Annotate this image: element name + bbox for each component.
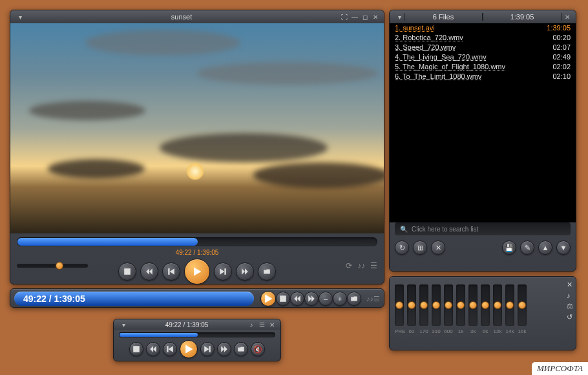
repeat-icon[interactable]: ⟳ bbox=[346, 261, 352, 270]
menu-icon[interactable]: ☰ bbox=[257, 320, 266, 329]
eq-slider[interactable] bbox=[419, 284, 428, 326]
close-icon[interactable]: ✕ bbox=[371, 12, 380, 21]
eq-thumb[interactable] bbox=[445, 301, 452, 309]
eq-reset-icon[interactable]: ↺ bbox=[567, 313, 573, 321]
equalizer-icon[interactable]: ♪♪ bbox=[357, 261, 365, 270]
mini-forward-button[interactable] bbox=[217, 342, 231, 356]
pl-down-button[interactable]: ▼ bbox=[556, 241, 571, 255]
eq-slider[interactable] bbox=[407, 284, 416, 326]
playlist-search[interactable]: 🔍 Click here to search list bbox=[395, 222, 571, 235]
eq-slider[interactable] bbox=[395, 284, 404, 326]
minimize-icon[interactable]: — bbox=[350, 12, 359, 21]
eq-thumb[interactable] bbox=[420, 301, 428, 309]
system-menu-icon[interactable]: ▾ bbox=[16, 12, 25, 21]
mini-rewind-button[interactable] bbox=[146, 342, 160, 356]
playlist-body[interactable]: 1. sunset.avi1:39:052. Robotica_720.wmv0… bbox=[390, 23, 576, 222]
mini-previous-button[interactable] bbox=[163, 342, 177, 356]
mini-mute-button[interactable]: 🔇 bbox=[251, 342, 265, 356]
mini-open-button[interactable] bbox=[234, 342, 248, 356]
compact-stop-button[interactable] bbox=[276, 292, 290, 306]
eq-band-label: 14k bbox=[505, 328, 514, 334]
mini-seek-bar[interactable] bbox=[119, 332, 275, 338]
eq-thumb[interactable] bbox=[395, 301, 403, 309]
playlist-item-label: 5. The_Magic_of_Flight_1080.wmv bbox=[395, 63, 552, 70]
playlist-item[interactable]: 3. Speed_720.wmv02:07 bbox=[390, 43, 576, 52]
eq-slider[interactable] bbox=[456, 284, 465, 326]
playlist-item[interactable]: 6. To_The_Limit_1080.wmv02:10 bbox=[390, 72, 576, 81]
compact-zoom-out-button[interactable]: – bbox=[319, 292, 333, 306]
playlist-item[interactable]: 5. The_Magic_of_Flight_1080.wmv02:02 bbox=[390, 62, 576, 72]
close-icon[interactable]: ✕ bbox=[268, 320, 277, 329]
eq-slider[interactable] bbox=[432, 284, 441, 326]
playlist-total-duration: 1:39:05 bbox=[483, 13, 562, 21]
compact-time-display: 49:22 / 1:39:05 bbox=[14, 292, 254, 306]
close-icon[interactable]: ✕ bbox=[563, 12, 572, 21]
pl-view-button[interactable]: ⊞ bbox=[413, 241, 427, 255]
fast-forward-button[interactable] bbox=[236, 262, 254, 281]
pl-refresh-button[interactable]: ↻ bbox=[395, 241, 409, 255]
play-button[interactable] bbox=[184, 259, 210, 284]
eq-slider[interactable] bbox=[444, 284, 453, 326]
stop-button[interactable] bbox=[118, 262, 136, 281]
compact-rewind-button[interactable] bbox=[290, 292, 304, 306]
playlist-item-duration: 02:49 bbox=[552, 53, 571, 61]
compact-forward-button[interactable] bbox=[304, 292, 319, 306]
playlist-item[interactable]: 2. Robotica_720.wmv00:20 bbox=[390, 33, 576, 43]
system-menu-icon[interactable]: ▾ bbox=[119, 320, 128, 329]
eq-balance-icon[interactable]: ⚖ bbox=[567, 302, 573, 310]
mini-stop-button[interactable] bbox=[129, 342, 143, 356]
eq-slider[interactable] bbox=[493, 284, 502, 326]
eq-thumb[interactable] bbox=[481, 301, 489, 309]
eq-band-label: 1k bbox=[456, 328, 465, 334]
mini-next-button[interactable] bbox=[200, 342, 215, 356]
eq-slider[interactable] bbox=[468, 284, 478, 326]
playlist-titlebar[interactable]: ▾ 6 Files 1:39:05 ✕ bbox=[390, 10, 576, 23]
open-button[interactable] bbox=[258, 262, 276, 281]
fullscreen-icon[interactable]: ⛶ bbox=[340, 12, 349, 21]
eq-close-icon[interactable]: ✕ bbox=[567, 281, 573, 289]
eq-thumb[interactable] bbox=[432, 301, 440, 309]
maximize-icon[interactable]: ◻ bbox=[361, 12, 370, 21]
system-menu-icon[interactable]: ▾ bbox=[395, 12, 404, 21]
eq-thumb[interactable] bbox=[457, 301, 465, 309]
svg-rect-1 bbox=[168, 268, 169, 275]
previous-button[interactable] bbox=[162, 262, 180, 281]
eq-eq-icon[interactable]: ♪ bbox=[567, 292, 573, 299]
search-icon: 🔍 bbox=[400, 226, 408, 233]
volume-thumb[interactable] bbox=[56, 262, 63, 270]
playlist-item[interactable]: 4. The_Living_Sea_720.wmv02:49 bbox=[390, 52, 576, 62]
compact-zoom-in-button[interactable]: + bbox=[333, 292, 347, 306]
eq-thumb[interactable] bbox=[408, 301, 415, 309]
svg-rect-2 bbox=[224, 268, 226, 275]
pl-tools-button[interactable]: ✎ bbox=[520, 241, 534, 255]
compact-open-button[interactable] bbox=[347, 292, 361, 306]
pl-remove-button[interactable]: ✕ bbox=[431, 241, 445, 255]
eq-thumb[interactable] bbox=[469, 301, 477, 309]
equalizer-sliders: ✕ ♪ ⚖ ↺ bbox=[390, 277, 576, 328]
eq-band-label: 6k bbox=[481, 328, 490, 334]
playlist-item-duration: 00:20 bbox=[552, 34, 571, 41]
mini-player: ▾ 49:22 / 1:39:05 ♪ ☰ ✕ 🔇 bbox=[113, 319, 281, 361]
next-button[interactable] bbox=[214, 262, 232, 281]
eq-slider[interactable] bbox=[505, 284, 514, 326]
eq-thumb[interactable] bbox=[494, 301, 501, 309]
compact-eq-icon[interactable]: ♪♪ bbox=[366, 295, 373, 303]
playlist-icon[interactable]: ☰ bbox=[370, 261, 377, 270]
video-display[interactable] bbox=[10, 23, 384, 233]
eq-slider[interactable] bbox=[518, 284, 527, 326]
playlist-item[interactable]: 1. sunset.avi1:39:05 bbox=[390, 23, 576, 33]
eq-thumb[interactable] bbox=[506, 301, 514, 309]
compact-menu-icon[interactable]: ☰ bbox=[373, 295, 380, 303]
player-titlebar[interactable]: ▾ sunset ⛶ — ◻ ✕ bbox=[10, 10, 384, 23]
mini-titlebar[interactable]: ▾ 49:22 / 1:39:05 ♪ ☰ ✕ bbox=[114, 319, 280, 330]
rewind-button[interactable] bbox=[140, 262, 158, 281]
compact-play-button[interactable] bbox=[260, 291, 276, 306]
pl-up-button[interactable]: ▲ bbox=[538, 241, 552, 255]
mini-play-button[interactable] bbox=[180, 340, 198, 358]
pl-save-button[interactable]: 💾 bbox=[502, 241, 516, 255]
seek-bar[interactable] bbox=[17, 237, 377, 246]
eq-slider[interactable] bbox=[481, 284, 490, 326]
eq-icon[interactable]: ♪ bbox=[247, 320, 256, 329]
eq-thumb[interactable] bbox=[518, 301, 526, 309]
volume-slider[interactable] bbox=[17, 264, 88, 268]
